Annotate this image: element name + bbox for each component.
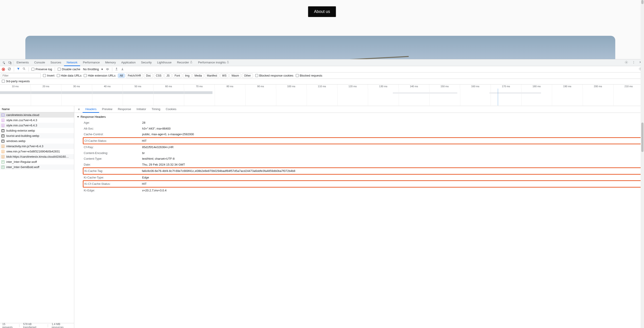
timeline-tick: 90 ms (245, 85, 276, 89)
inspect-icon[interactable] (1, 61, 7, 65)
type-chip-fetchxhr[interactable]: Fetch/XHR (126, 73, 143, 78)
header-key: Ki-Edge: (84, 188, 142, 193)
type-chip-font[interactable]: Font (173, 73, 182, 78)
type-chip-css[interactable]: CSS (154, 73, 164, 78)
third-party-checkbox[interactable]: 3rd-party requests (2, 80, 30, 83)
type-chip-ws[interactable]: WS (220, 73, 228, 78)
about-us-button[interactable]: About us (308, 6, 336, 17)
filter-bar: Invert Hide data URLs Hide extension URL… (0, 73, 644, 79)
request-name: style.min.css?ver=6.4.3 (6, 119, 37, 122)
tab-memory[interactable]: Memory (102, 59, 118, 66)
network-conditions-icon[interactable] (106, 67, 109, 71)
details-tab-timing[interactable]: Timing (149, 106, 163, 113)
tab-lighthouse[interactable]: Lighthouse (154, 59, 174, 66)
tab-console[interactable]: Console (32, 59, 48, 66)
preserve-log-checkbox[interactable]: Preserve log (32, 68, 52, 71)
request-row[interactable]: ▣building-exterior.webp (0, 128, 74, 133)
type-chip-all[interactable]: All (118, 73, 125, 78)
type-chip-media[interactable]: Media (192, 73, 204, 78)
clear-button[interactable] (8, 67, 11, 71)
type-chip-wasm[interactable]: Wasm (230, 73, 241, 78)
tab-application[interactable]: Application (118, 59, 138, 66)
disable-cache-checkbox[interactable]: Disable cache (58, 68, 80, 71)
timeline-tick: 130 ms (368, 85, 399, 89)
details-tab-cookies[interactable]: Cookies (163, 106, 179, 113)
blocked-cookies-checkbox[interactable]: Blocked response cookies (255, 74, 294, 77)
more-icon[interactable]: ⋮ (631, 60, 636, 66)
request-row[interactable]: {}style.min.css?ver=6.4.3 (0, 118, 74, 123)
request-row[interactable]: {}view.min.js?ver=e3d6f3216904b5b42831 (0, 149, 74, 154)
request-row[interactable]: {}style.min.css?ver=6.4.3 (0, 123, 74, 128)
request-row[interactable]: {}interactivity.min.js?ver=6.4.3 (0, 144, 74, 149)
upload-har-icon[interactable] (115, 67, 118, 71)
details-tab-headers[interactable]: Headers (82, 106, 99, 113)
tab-performance-insights[interactable]: Performance insights (195, 59, 232, 66)
timeline-tick: 160 ms (460, 85, 491, 89)
svg-point-5 (23, 68, 25, 69)
img-file-icon: ▣ (1, 129, 4, 132)
type-chip-doc[interactable]: Doc (144, 73, 153, 78)
hide-data-urls-checkbox[interactable]: Hide data URLs (57, 74, 82, 77)
timeline-tick: 30 ms (61, 85, 92, 89)
timeline-tick: 50 ms (123, 85, 154, 89)
throttling-select[interactable]: No throttling ▾ (83, 68, 103, 71)
font-file-icon: T (1, 160, 4, 164)
tab-elements[interactable]: Elements (14, 59, 32, 66)
invert-checkbox[interactable]: Invert (43, 74, 54, 77)
blocked-requests-checkbox[interactable]: Blocked requests (296, 74, 322, 77)
record-button[interactable] (2, 68, 5, 71)
timeline-tick: 70 ms (184, 85, 215, 89)
request-row[interactable]: Tinter_Inter-Regular.woff (0, 159, 74, 164)
header-value: h3=":443"; ma=86400 (142, 126, 170, 131)
filter-icon[interactable] (17, 67, 20, 71)
timeline-tick: 170 ms (491, 85, 522, 89)
flask-icon (190, 61, 192, 64)
details-tab-response[interactable]: Response (115, 106, 134, 113)
tab-performance[interactable]: Performance (80, 59, 102, 66)
js-file-icon: {} (1, 145, 4, 148)
settings-icon[interactable] (624, 60, 629, 66)
request-row[interactable]: {}blob:https://carolinetestx.kinsta.clou… (0, 154, 74, 159)
status-bar: 15 requests 578 kB transferred 1.4 MB re… (0, 323, 74, 328)
header-value: text/html; charset=UTF-8 (142, 157, 174, 161)
tab-security[interactable]: Security (138, 59, 154, 66)
timeline-tick: 80 ms (215, 85, 246, 89)
device-toggle-icon[interactable] (7, 61, 13, 65)
type-chip-js[interactable]: JS (164, 73, 172, 78)
request-name: building-exterior.webp (6, 129, 35, 132)
close-details-icon[interactable]: × (76, 107, 82, 111)
response-headers-section[interactable]: ▼ Response Headers (74, 114, 644, 120)
type-chip-img[interactable]: Img (183, 73, 192, 78)
timeline-tick: 180 ms (521, 85, 552, 89)
timeline-overview[interactable]: 10 ms20 ms30 ms40 ms50 ms60 ms70 ms80 ms… (0, 85, 644, 106)
request-list-header[interactable]: Name (0, 106, 74, 112)
page-scrollbar[interactable] (640, 0, 644, 59)
header-value: fa6c8c06-6e76-4bf4-8c7f-69e7c669f41c,e08… (142, 169, 295, 173)
type-chip-other[interactable]: Other (242, 73, 253, 78)
tab-recorder[interactable]: Recorder (174, 59, 195, 66)
request-row[interactable]: ≡carolinetestx.kinsta.cloud (0, 112, 74, 118)
devtools-scrollbar[interactable] (640, 59, 644, 328)
download-har-icon[interactable] (121, 67, 124, 71)
request-row[interactable]: Tinter_Inter-SemiBold.woff (0, 164, 74, 170)
type-chip-manifest[interactable]: Manifest (205, 73, 219, 78)
resources-size: 1.4 MB resources (52, 322, 72, 328)
img-file-icon: ▣ (1, 140, 4, 143)
timeline-tick: 140 ms (399, 85, 430, 89)
js-file-icon: {} (1, 150, 4, 153)
request-name: view.min.js?ver=e3d6f3216904b5b42831 (6, 150, 60, 153)
details-tab-initiator[interactable]: Initiator (134, 106, 149, 113)
timeline-tick: 40 ms (92, 85, 123, 89)
svg-point-2 (626, 62, 627, 63)
hide-extension-urls-checkbox[interactable]: Hide extension URLs (84, 74, 116, 77)
request-name: inter_Inter-Regular.woff (6, 160, 37, 164)
request-row[interactable]: ▣windows.webp (0, 138, 74, 144)
request-row[interactable]: ▣tourist-and-building.webp (0, 133, 74, 138)
search-icon[interactable] (23, 67, 26, 71)
tab-sources[interactable]: Sources (48, 59, 64, 66)
tab-network[interactable]: Network (64, 59, 80, 66)
filter-input[interactable] (1, 73, 41, 78)
details-tab-preview[interactable]: Preview (99, 106, 115, 113)
highlighted-header: Cf-Cache-Status:HIT (83, 137, 644, 145)
webpage-preview: About us (0, 0, 644, 59)
